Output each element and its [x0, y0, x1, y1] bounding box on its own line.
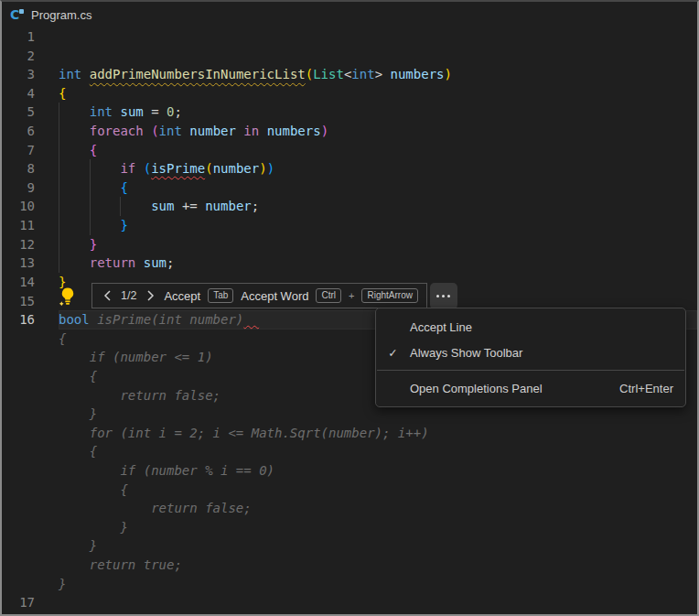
ghost-code-row: }: [2, 536, 697, 556]
code-token: return false;: [59, 388, 220, 403]
line-number: 6: [2, 122, 35, 141]
csharp-file-icon: C: [10, 7, 24, 22]
code-token: if (number % i == 0): [59, 463, 274, 478]
ghost-code-row: {: [2, 481, 697, 500]
code-line[interactable]: if (number % i == 0): [59, 461, 697, 481]
code-token: [144, 124, 151, 138]
code-row: 3int addPrimeNumbersInNumericList(List<i…: [2, 65, 697, 84]
code-line[interactable]: [59, 593, 697, 612]
more-actions-button[interactable]: [430, 283, 457, 309]
code-token: [59, 237, 90, 252]
ghost-code-row: {: [2, 442, 697, 461]
title-bar: C Program.cs: [2, 2, 697, 27]
code-token: return true;: [59, 557, 182, 572]
code-token: int: [90, 104, 113, 119]
line-number: 10: [2, 197, 35, 216]
code-token: +=: [174, 199, 205, 213]
code-token: (: [151, 124, 158, 138]
code-token: }: [120, 218, 127, 232]
menu-item-open-completions-panel[interactable]: Open Completions PanelCtrl+Enter: [376, 375, 685, 401]
code-token: [59, 218, 120, 232]
line-number: 16: [2, 310, 35, 330]
code-line-text: {: [59, 482, 128, 497]
inline-suggestion-toolbar: 1/2 Accept Tab Accept Word Ctrl + RightA…: [91, 283, 457, 309]
line-number: 7: [2, 141, 35, 160]
code-token: (: [144, 161, 151, 176]
line-number: 4: [2, 84, 35, 103]
code-line[interactable]: }: [59, 235, 697, 254]
code-line-text: int sum = 0;: [59, 104, 182, 119]
menu-item-label: Accept Line: [410, 320, 673, 334]
menu-item-always-show-toolbar[interactable]: ✓Always Show Toolbar: [376, 340, 685, 365]
code-token: ;: [167, 255, 174, 270]
code-line-text: }: [59, 520, 128, 535]
code-token: int: [59, 67, 81, 81]
code-token: in: [243, 124, 259, 138]
code-line-text: }: [59, 218, 128, 232]
code-line[interactable]: return sum;: [59, 254, 697, 273]
code-token: for (int i = 2; i <= Math.Sqrt(number); …: [59, 426, 429, 440]
next-suggestion-button[interactable]: [144, 286, 156, 305]
code-line[interactable]: int sum = 0;: [59, 103, 697, 122]
code-line-text: {: [59, 180, 128, 195]
code-row: 6 foreach (int number in numbers): [2, 122, 697, 141]
code-token: [59, 161, 120, 176]
code-token: addPrimeNumbersInNumericList: [90, 67, 306, 81]
code-line[interactable]: }: [59, 575, 697, 594]
code-token: ): [321, 124, 328, 138]
code-token: bool: [59, 312, 90, 327]
code-token: [382, 67, 390, 81]
line-number: 14: [2, 273, 35, 292]
code-line[interactable]: }: [59, 216, 697, 235]
code-token: }: [59, 577, 66, 591]
suggestion-counter: 1/2: [121, 289, 136, 302]
code-row: 5 int sum = 0;: [2, 103, 697, 122]
code-line[interactable]: for (int i = 2; i <= Math.Sqrt(number); …: [59, 424, 697, 443]
code-line[interactable]: {: [59, 141, 697, 160]
code-line[interactable]: }: [59, 536, 697, 556]
code-line[interactable]: sum += number;: [59, 197, 697, 216]
previous-suggestion-button[interactable]: [101, 286, 113, 305]
code-line-text: sum += number;: [59, 199, 259, 213]
line-number: 12: [2, 235, 35, 254]
code-line-text: }: [59, 237, 97, 252]
code-token: }: [59, 406, 97, 421]
code-line[interactable]: {: [59, 84, 697, 103]
code-line[interactable]: }: [59, 518, 697, 537]
code-line[interactable]: {: [59, 178, 697, 198]
ellipsis-icon: [436, 295, 439, 297]
code-line[interactable]: return true;: [59, 556, 697, 575]
accept-word-button[interactable]: Accept Word: [241, 289, 308, 303]
code-line[interactable]: }: [59, 405, 697, 424]
code-line[interactable]: int addPrimeNumbersInNumericList(List<in…: [59, 65, 697, 84]
code-token: }: [59, 538, 97, 553]
accept-button[interactable]: Accept: [164, 289, 200, 303]
code-line[interactable]: [59, 27, 697, 47]
line-number: 5: [2, 103, 35, 122]
code-token: ): [259, 161, 266, 176]
code-row: 8 if (isPrime(number)): [2, 159, 697, 178]
line-number: [2, 424, 35, 443]
ctrl-key-badge: Ctrl: [316, 288, 341, 303]
code-token: (: [306, 67, 313, 81]
lightbulb-sparkle-icon[interactable]: [58, 286, 78, 307]
code-token: [59, 199, 151, 213]
code-token: [59, 180, 120, 195]
code-line[interactable]: [59, 47, 697, 66]
code-line-text: return false;: [59, 388, 220, 403]
line-number: [2, 386, 35, 405]
line-number: [2, 536, 35, 556]
code-line[interactable]: foreach (int number in numbers): [59, 122, 697, 141]
code-line-text: {: [59, 444, 97, 459]
code-token: foreach: [90, 124, 144, 138]
menu-item-accept-line[interactable]: Accept Line: [376, 314, 685, 340]
line-number: 1: [2, 27, 35, 47]
code-token: isPrime(int number): [97, 312, 243, 327]
ghost-code-row: }: [2, 518, 697, 537]
code-line[interactable]: if (isPrime(number)): [59, 159, 697, 178]
code-line[interactable]: return false;: [59, 499, 697, 518]
code-line[interactable]: {: [59, 481, 697, 500]
line-number: 15: [2, 292, 35, 311]
code-line-text: {: [59, 331, 66, 346]
code-line[interactable]: {: [59, 442, 697, 461]
